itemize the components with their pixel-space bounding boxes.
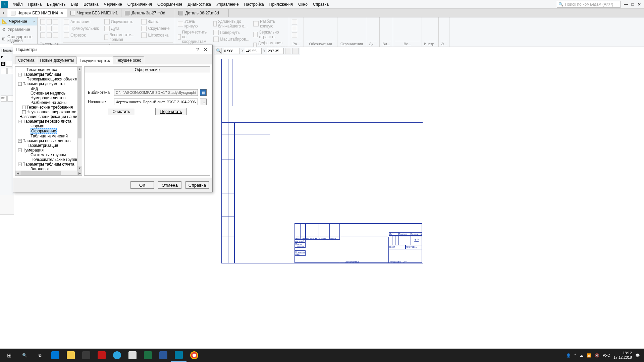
menu-manage[interactable]: Управление (214, 1, 241, 8)
eye-icon[interactable]: 👁 (1, 96, 7, 102)
tree-node[interactable]: Формат (16, 124, 82, 128)
menu-window[interactable]: Окно (296, 1, 310, 8)
tool-rect[interactable]: Прямоугольник (63, 25, 100, 32)
mail-icon[interactable] (125, 349, 140, 362)
tool-icon[interactable] (292, 26, 297, 31)
tree-node[interactable]: Пользовательские группы (16, 157, 82, 162)
menu-help[interactable]: Справка (310, 1, 331, 8)
dialog-close-icon[interactable]: ✕ (202, 47, 210, 52)
volume-icon[interactable]: 🔇 (595, 353, 599, 358)
tool-chamfer[interactable]: Фаска (141, 19, 173, 25)
tab-system[interactable]: Система (15, 56, 37, 64)
cancel-button[interactable]: Отмена (158, 181, 181, 189)
tool-icon[interactable] (53, 19, 58, 24)
tree-node[interactable]: +Технические требования (16, 105, 82, 110)
filter-icon[interactable] (1, 68, 7, 74)
tree-scrollbar-h[interactable]: ◀▶ (15, 171, 82, 175)
tree-node[interactable]: Вид (16, 86, 82, 91)
tool-extend[interactable]: Удлинить до ближайшего о... (213, 19, 250, 29)
expand-icon[interactable]: + (22, 106, 26, 109)
tree-node[interactable]: +Параметры таблицы (16, 72, 82, 77)
mcafee-icon[interactable] (94, 349, 109, 362)
zoom-input[interactable] (223, 48, 240, 54)
tool-icon[interactable] (47, 26, 52, 31)
store-icon[interactable] (78, 349, 94, 362)
minimize-icon[interactable]: — (623, 2, 629, 7)
menu-constraints[interactable]: Ограничения (125, 1, 155, 8)
lib-path-input[interactable] (114, 89, 198, 96)
tree-list[interactable]: Текстовая метка+Параметры таблицыПерекры… (15, 67, 82, 175)
excel-icon[interactable] (140, 349, 156, 362)
props-icon[interactable] (7, 96, 13, 102)
menu-diagnostics[interactable]: Диагностика (185, 1, 214, 8)
maximize-icon[interactable]: □ (629, 2, 636, 7)
network-icon[interactable]: 📶 (587, 353, 591, 358)
command-search[interactable]: 🔍 Поиск по командам (Alt+/) (557, 1, 621, 8)
tab-close-icon[interactable]: ✕ (60, 11, 63, 15)
tool-mirror[interactable]: Зеркально отразить (253, 29, 289, 40)
mode-drawing[interactable]: 📐Черчение▸ (0, 17, 37, 25)
tree-node[interactable]: Название спецификации на лист (16, 114, 82, 119)
dialog-help-button[interactable]: Справка (185, 181, 209, 189)
tool-icon[interactable] (40, 33, 45, 38)
tab-current-window[interactable]: Текущее окно (113, 56, 144, 64)
tray-chevron-icon[interactable]: ˄ (574, 353, 576, 358)
tool-line[interactable]: Отрезок (63, 32, 100, 38)
kompas-icon[interactable] (171, 349, 186, 362)
expand-icon[interactable]: + (18, 139, 22, 143)
expand-icon[interactable]: - (18, 82, 22, 86)
tree-node[interactable]: -Параметры таблицы отчета (16, 162, 82, 167)
dropdown-icon[interactable]: ▾ (1, 55, 3, 59)
word-icon[interactable] (156, 349, 171, 362)
tool-icon[interactable] (40, 19, 45, 24)
menu-view[interactable]: Вид (68, 1, 81, 8)
tree-node[interactable]: Таблица изменений (16, 134, 82, 138)
tool-split[interactable]: Разбить кривую (253, 19, 289, 29)
tree-node[interactable]: Перекрывающиеся объекты (16, 77, 82, 81)
tree-scrollbar-v[interactable]: ▲▼ (77, 67, 82, 171)
menu-select[interactable]: Выделить (44, 1, 68, 8)
tree-node[interactable]: -Параметры документа (16, 81, 82, 86)
tool-icon[interactable] (292, 19, 297, 24)
tree-node[interactable]: -Параметры первого листа (16, 119, 82, 124)
onedrive-icon[interactable]: ☁ (580, 353, 583, 358)
props-icon[interactable] (6, 61, 12, 67)
tool-icon[interactable] (53, 26, 58, 31)
tool-icon[interactable] (53, 33, 58, 38)
tool-fillet[interactable]: Скругление (141, 25, 173, 32)
chrome-icon[interactable] (186, 349, 202, 362)
mode-manage[interactable]: ⚙Управление (0, 25, 37, 34)
expand-icon[interactable]: - (18, 120, 22, 123)
lock-icon[interactable] (285, 48, 291, 54)
new-doc-button[interactable]: + (0, 9, 7, 17)
edit-icon[interactable] (292, 48, 299, 54)
tool-icon[interactable] (40, 26, 45, 31)
search-button[interactable]: 🔍 (17, 349, 32, 362)
tree-node[interactable]: Параметризация (16, 143, 82, 148)
menu-insert[interactable]: Вставка (81, 1, 101, 8)
ok-button[interactable]: ОК (130, 181, 154, 189)
menu-file[interactable]: Файл (10, 1, 25, 8)
notifications-icon[interactable]: 💬 (635, 353, 640, 358)
clear-button[interactable]: Очистить (108, 108, 135, 115)
tree-node[interactable]: Оформление (16, 128, 82, 134)
tree-node[interactable]: Основная надпись (16, 91, 82, 96)
tool-rotate[interactable]: Повернуть (213, 29, 250, 36)
doctab-0[interactable]: Чертеж БЕЗ ИМЕНИ4 ✕ (7, 9, 67, 17)
telegram-icon[interactable] (109, 349, 125, 362)
reread-button[interactable]: Перечитать (155, 108, 187, 115)
mode-standard[interactable]: ⊞Стандартные изделия (0, 34, 37, 44)
expand-icon[interactable]: - (18, 148, 22, 152)
tool-circle[interactable]: Окружность (104, 19, 137, 25)
dialog-titlebar[interactable]: Параметры ? ✕ (13, 45, 212, 54)
close-icon[interactable]: ✕ (636, 2, 643, 7)
clock[interactable]: 18:12 17.12.2018 (613, 351, 632, 360)
name-more-button[interactable]: … (200, 99, 207, 105)
tool-icon[interactable] (47, 19, 52, 24)
doctab-2[interactable]: Деталь 3а-27.m3d (121, 9, 175, 17)
tab-current-drawing[interactable]: Текущий чертеж (76, 57, 113, 64)
tree-node[interactable]: +Неуказанная шероховатость (16, 110, 82, 114)
task-view-button[interactable]: ⧉ (32, 349, 48, 362)
tree-node[interactable]: -Нумерация (16, 148, 82, 153)
menu-drawing[interactable]: Черчение (101, 1, 125, 8)
